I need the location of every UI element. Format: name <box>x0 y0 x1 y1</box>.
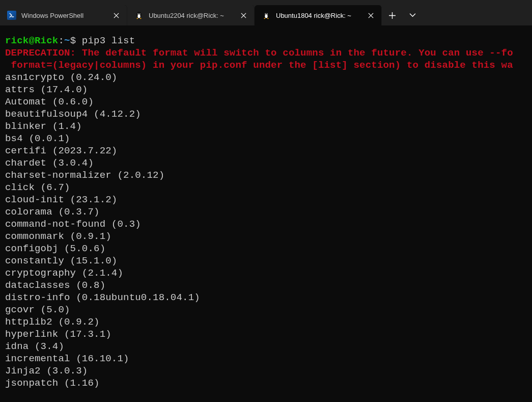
prompt-line: rick@Rick:~$ pip3 list <box>5 35 527 47</box>
prompt-separator: : <box>58 35 64 46</box>
tux-icon <box>134 11 144 20</box>
package-row: constantly (15.1.0) <box>5 255 527 267</box>
package-row: Jinja2 (3.0.3) <box>5 365 527 377</box>
package-row: gcovr (5.0) <box>5 304 527 316</box>
deprecation-warning-line: DEPRECATION: The default format will swi… <box>5 47 527 59</box>
package-row: charset-normalizer (2.0.12) <box>5 169 527 181</box>
svg-point-4 <box>138 14 138 14</box>
svg-point-11 <box>267 14 267 14</box>
package-row: command-not-found (0.3) <box>5 218 527 230</box>
terminal-output[interactable]: rick@Rick:~$ pip3 listDEPRECATION: The d… <box>0 25 532 394</box>
package-row: attrs (17.4.0) <box>5 84 527 96</box>
command-text: pip3 list <box>82 35 135 46</box>
package-row: certifi (2023.7.22) <box>5 145 527 157</box>
prompt-user-host: rick@Rick <box>5 35 58 46</box>
package-row: cryptography (2.1.4) <box>5 267 527 279</box>
close-icon[interactable] <box>365 10 376 21</box>
package-row: incremental (16.10.1) <box>5 353 527 365</box>
tab-powershell[interactable]: Windows PowerShell <box>0 5 127 25</box>
close-icon[interactable] <box>110 10 122 21</box>
package-row: blinker (1.4) <box>5 120 527 132</box>
package-row: asn1crypto (0.24.0) <box>5 71 527 84</box>
deprecation-warning-line: format=(legacy|columns) in your pip.conf… <box>5 59 527 71</box>
package-row: Automat (0.6.0) <box>5 96 527 108</box>
package-row: cloud-init (23.1.2) <box>5 194 527 206</box>
titlebar-buttons <box>382 5 423 25</box>
powershell-icon <box>7 11 16 20</box>
package-row: jsonpatch (1.16) <box>5 377 527 389</box>
package-row: configobj (5.0.6) <box>5 243 527 255</box>
package-row: dataclasses (0.8) <box>5 279 527 291</box>
tab-ubuntu1804[interactable]: Ubuntu1804 rick@Rick: ~ <box>255 5 382 25</box>
package-row: httplib2 (0.9.2) <box>5 316 527 328</box>
tab-dropdown-button[interactable] <box>402 5 423 25</box>
titlebar: Windows PowerShell Ubuntu2204 rick@Rick:… <box>0 0 532 25</box>
package-row: bs4 (0.0.1) <box>5 132 527 145</box>
package-row: hyperlink (17.3.1) <box>5 328 527 340</box>
svg-point-5 <box>139 14 140 14</box>
tab-title: Ubuntu2204 rick@Rick: ~ <box>149 12 235 19</box>
new-tab-button[interactable] <box>382 5 402 25</box>
package-row: distro-info (0.18ubuntu0.18.04.1) <box>5 291 527 304</box>
package-row: colorama (0.3.7) <box>5 206 527 218</box>
package-row: chardet (3.0.4) <box>5 157 527 169</box>
prompt-symbol: $ <box>70 35 82 46</box>
package-row: beautifulsoup4 (4.12.2) <box>5 108 527 120</box>
prompt-path: ~ <box>64 35 70 46</box>
tab-title: Windows PowerShell <box>21 12 107 19</box>
svg-point-10 <box>265 14 266 14</box>
tux-icon <box>262 11 271 20</box>
tab-title: Ubuntu1804 rick@Rick: ~ <box>276 12 362 19</box>
package-row: commonmark (0.9.1) <box>5 230 527 243</box>
close-icon[interactable] <box>238 10 249 21</box>
package-row: click (6.7) <box>5 181 527 194</box>
tab-ubuntu2204[interactable]: Ubuntu2204 rick@Rick: ~ <box>127 5 255 25</box>
package-row: idna (3.4) <box>5 340 527 353</box>
